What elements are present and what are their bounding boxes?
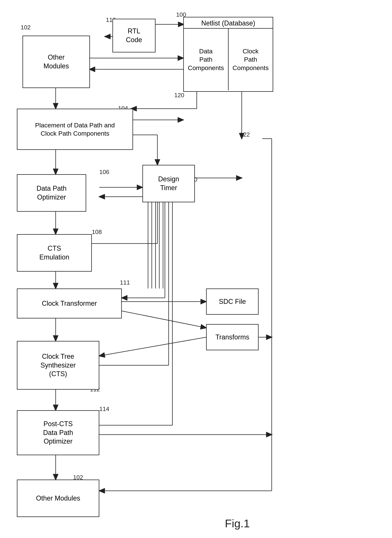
transforms-box: Transforms xyxy=(206,324,259,350)
design-timer-label: Design Timer xyxy=(158,175,179,192)
netlist-col-clock: Clock Path Components xyxy=(229,29,273,90)
cts-emulation-box: CTS Emulation xyxy=(17,234,92,272)
diagram-container: 102 116 100 118 104 120 122 106 108 110 … xyxy=(0,0,392,538)
other-modules-bottom-box: Other Modules xyxy=(17,480,99,517)
rtl-code-box: RTL Code xyxy=(112,19,155,52)
rtl-code-label: RTL Code xyxy=(126,27,142,44)
clock-transformer-label: Clock Transformer xyxy=(42,299,97,308)
clock-tree-synthesizer-box: Clock Tree Synthesizer (CTS) xyxy=(17,341,99,390)
figure-label: Fig.1 xyxy=(225,517,250,530)
data-path-optimizer-label: Data Path Optimizer xyxy=(37,184,66,202)
clock-transformer-box: Clock Transformer xyxy=(17,288,122,318)
label-111: 111 xyxy=(120,279,130,286)
netlist-title: Netlist (Database) xyxy=(184,17,273,29)
label-114: 114 xyxy=(99,406,109,413)
cts-emulation-label: CTS Emulation xyxy=(39,244,69,262)
svg-line-29 xyxy=(122,311,206,328)
other-modules-top-box: Other Modules xyxy=(23,36,90,88)
label-106: 106 xyxy=(99,169,109,176)
sdc-file-label: SDC File xyxy=(219,297,246,306)
label-120: 120 xyxy=(174,92,184,99)
netlist-col-data: Data Path Components xyxy=(184,29,229,90)
netlist-box: Netlist (Database) Data Path Components … xyxy=(183,17,273,92)
transforms-label: Transforms xyxy=(215,333,249,342)
sdc-file-box: SDC File xyxy=(206,288,259,315)
post-cts-label: Post-CTS Data Path Optimizer xyxy=(43,420,73,446)
other-modules-bottom-label: Other Modules xyxy=(36,494,80,503)
design-timer-box: Design Timer xyxy=(142,165,195,202)
label-102-top: 102 xyxy=(21,24,31,31)
other-modules-top-label: Other Modules xyxy=(43,53,69,71)
clock-tree-synthesizer-label: Clock Tree Synthesizer (CTS) xyxy=(41,352,76,378)
post-cts-box: Post-CTS Data Path Optimizer xyxy=(17,410,99,455)
label-108: 108 xyxy=(92,228,102,236)
placement-box: Placement of Data Path andClock Path Com… xyxy=(17,109,133,150)
label-122: 122 xyxy=(240,131,250,138)
placement-label: Placement of Data Path andClock Path Com… xyxy=(35,121,115,138)
svg-line-30 xyxy=(99,337,206,356)
data-path-optimizer-box: Data Path Optimizer xyxy=(17,174,86,212)
